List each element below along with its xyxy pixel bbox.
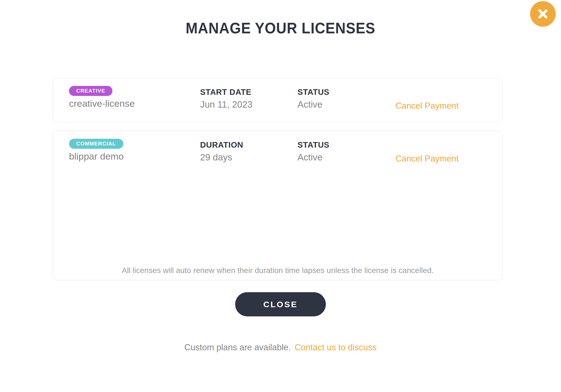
license-type-badge: COMMERCIAL [69,139,123,149]
status-value: Active [297,152,323,163]
license-type-badge: CREATIVE [69,86,112,96]
start-date-value: Jun 11, 2023 [200,99,252,110]
footer-line: Custom plans are available.Contact us to… [0,343,561,353]
auto-renew-note: All licenses will auto renew when their … [53,266,503,275]
custom-plans-text: Custom plans are available. [184,343,291,352]
start-date-label: START DATE [200,88,251,97]
license-name: blippar demo [69,151,124,162]
cancel-payment-link[interactable]: Cancel Payment [395,154,459,164]
status-label: STATUS [297,88,329,97]
contact-us-link[interactable]: Contact us to discuss [295,343,377,352]
manage-licenses-modal: MANAGE YOUR LICENSES CREATIVE creative-l… [0,0,561,392]
close-modal-button[interactable]: CLOSE [235,292,326,316]
close-icon [537,8,548,19]
license-card-commercial: COMMERCIAL blippar demo DURATION 29 days… [53,131,503,280]
page-title: MANAGE YOUR LICENSES [23,19,539,37]
license-card-creative: CREATIVE creative-license START DATE Jun… [53,78,503,122]
duration-label: DURATION [200,140,243,150]
status-value: Active [297,99,323,110]
duration-value: 29 days [200,152,232,163]
cancel-payment-link[interactable]: Cancel Payment [395,101,459,111]
license-name: creative-license [69,98,135,109]
status-label: STATUS [297,140,329,150]
